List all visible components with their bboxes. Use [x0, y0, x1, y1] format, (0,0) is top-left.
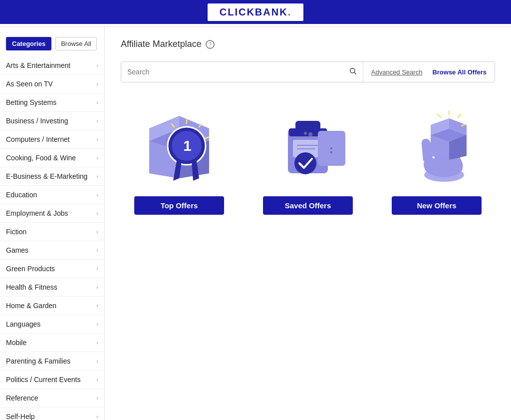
sidebar-item-e-business---e-marketing[interactable]: E-Business & E-Marketing ›: [0, 167, 104, 186]
advanced-search-link[interactable]: Advanced Search: [371, 68, 423, 76]
sidebar-item-green-products[interactable]: Green Products ›: [0, 260, 104, 278]
svg-point-26: [308, 132, 312, 136]
chevron-down-icon: ›: [96, 247, 98, 253]
search-inner: [121, 63, 363, 81]
sidebar-item-cooking--food---wine[interactable]: Cooking, Food & Wine ›: [0, 149, 104, 167]
chevron-down-icon: ›: [96, 340, 98, 346]
sidebar-item-employment---jobs[interactable]: Employment & Jobs ›: [0, 204, 104, 223]
chevron-down-icon: ›: [96, 62, 98, 68]
logo: CLICKBANK.: [208, 3, 303, 21]
layout: Categories Browse All Arts & Entertainme…: [0, 27, 511, 420]
sidebar-item-label: Education: [6, 191, 37, 199]
chevron-down-icon: ›: [96, 192, 98, 198]
chevron-down-icon: ›: [96, 284, 98, 290]
page-title: Affiliate Marketplace: [121, 39, 202, 49]
sidebar-item-business---investing[interactable]: Business / Investing ›: [0, 112, 104, 130]
sidebar-item-label: Computers / Internet: [6, 135, 70, 143]
logo-brand: CLICKBANK: [220, 6, 288, 17]
sidebar-item-games[interactable]: Games ›: [0, 241, 104, 260]
sidebar-item-label: Cooking, Food & Wine: [6, 154, 76, 162]
search-icon: [349, 67, 357, 77]
sidebar-item-parenting---families[interactable]: Parenting & Families ›: [0, 352, 104, 371]
chevron-down-icon: ›: [96, 210, 98, 216]
sidebar: Categories Browse All Arts & Entertainme…: [0, 27, 105, 420]
search-container: Advanced Search Browse All Offers: [121, 61, 495, 82]
sidebar-header: Categories Browse All: [0, 33, 104, 56]
logo-dot: .: [288, 6, 292, 17]
browse-all-offers-link[interactable]: Browse All Offers: [432, 68, 487, 76]
chevron-down-icon: ›: [96, 358, 98, 364]
sidebar-item-languages[interactable]: Languages ›: [0, 315, 104, 334]
svg-line-1: [354, 72, 356, 74]
new-offers-button[interactable]: New Offers: [392, 196, 482, 215]
chevron-down-icon: ›: [96, 99, 98, 105]
sidebar-item-label: Languages: [6, 320, 40, 328]
svg-point-24: [330, 151, 332, 153]
sidebar-item-arts---entertainment[interactable]: Arts & Entertainment ›: [0, 56, 104, 75]
svg-line-35: [458, 114, 461, 117]
sidebar-item-label: As Seen on TV: [6, 80, 53, 88]
header: CLICKBANK.: [0, 0, 511, 24]
svg-point-25: [294, 152, 316, 174]
sidebar-item-reference[interactable]: Reference ›: [0, 389, 104, 408]
chevron-down-icon: ›: [96, 321, 98, 327]
sidebar-item-health---fitness[interactable]: Health & Fitness ›: [0, 278, 104, 297]
sidebar-item-as-seen-on-tv[interactable]: As Seen on TV ›: [0, 75, 104, 93]
browse-all-button[interactable]: Browse All: [55, 37, 97, 50]
top-offers-illustration: 1: [121, 98, 238, 188]
sidebar-item-label: Self-Help: [6, 413, 35, 420]
categories-button[interactable]: Categories: [6, 37, 51, 50]
svg-line-37: [438, 114, 441, 117]
logo-text: CLICKBANK.: [220, 6, 291, 18]
chevron-down-icon: ›: [96, 266, 98, 272]
sidebar-item-label: Betting Systems: [6, 98, 56, 106]
sidebar-item-label: Fiction: [6, 228, 26, 236]
chevron-down-icon: ›: [96, 414, 98, 420]
chevron-down-icon: ›: [96, 303, 98, 309]
sidebar-item-label: Mobile: [6, 339, 26, 347]
chevron-down-icon: ›: [96, 173, 98, 179]
sidebar-item-label: Arts & Entertainment: [6, 61, 70, 69]
svg-text:1: 1: [183, 137, 192, 154]
chevron-down-icon: ›: [96, 229, 98, 235]
sidebar-item-label: Parenting & Families: [6, 357, 70, 365]
sidebar-item-label: Reference: [6, 394, 38, 402]
sidebar-items-list: Arts & Entertainment › As Seen on TV › B…: [0, 56, 104, 420]
search-input[interactable]: [127, 63, 349, 81]
svg-point-23: [330, 147, 332, 149]
sidebar-item-betting-systems[interactable]: Betting Systems ›: [0, 93, 104, 112]
chevron-down-icon: ›: [96, 155, 98, 161]
sidebar-item-computers---internet[interactable]: Computers / Internet ›: [0, 130, 104, 149]
sidebar-item-label: Home & Garden: [6, 302, 56, 310]
sidebar-item-label: Business / Investing: [6, 117, 68, 125]
offer-card-new: New Offers: [378, 98, 495, 215]
offers-grid: 1 Top Offers: [121, 98, 495, 215]
offer-card-top: 1 Top Offers: [121, 98, 238, 215]
chevron-down-icon: ›: [96, 136, 98, 142]
sidebar-item-self-help[interactable]: Self-Help ›: [0, 408, 104, 420]
chevron-down-icon: ›: [96, 377, 98, 383]
top-offers-button[interactable]: Top Offers: [134, 196, 224, 215]
sidebar-item-home---garden[interactable]: Home & Garden ›: [0, 297, 104, 315]
search-actions: Advanced Search Browse All Offers: [363, 68, 495, 76]
sidebar-item-label: Green Products: [6, 265, 55, 273]
saved-offers-illustration: [250, 98, 366, 188]
main-content: Affiliate Marketplace ? Advanced Search …: [105, 27, 511, 420]
sidebar-item-label: Games: [6, 246, 28, 254]
offer-card-saved: Saved Offers: [250, 98, 366, 215]
chevron-down-icon: ›: [96, 395, 98, 401]
new-offers-illustration: [378, 98, 495, 188]
page-title-row: Affiliate Marketplace ?: [121, 39, 495, 49]
sidebar-item-label: Health & Fitness: [6, 283, 57, 291]
sidebar-item-label: Politics / Current Events: [6, 376, 80, 384]
sidebar-item-fiction[interactable]: Fiction ›: [0, 223, 104, 241]
saved-offers-button[interactable]: Saved Offers: [263, 196, 353, 215]
sidebar-item-education[interactable]: Education ›: [0, 186, 104, 204]
sidebar-item-label: E-Business & E-Marketing: [6, 172, 87, 180]
sidebar-item-politics---current-events[interactable]: Politics / Current Events ›: [0, 371, 104, 389]
sidebar-item-mobile[interactable]: Mobile ›: [0, 334, 104, 352]
chevron-down-icon: ›: [96, 118, 98, 124]
sidebar-item-label: Employment & Jobs: [6, 209, 68, 217]
help-icon[interactable]: ?: [206, 40, 215, 49]
svg-point-27: [304, 132, 307, 135]
